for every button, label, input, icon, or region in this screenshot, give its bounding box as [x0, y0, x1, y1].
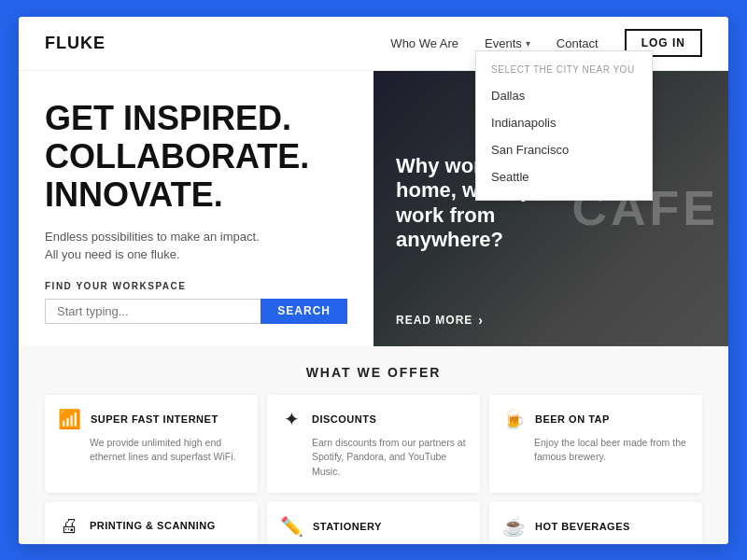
- offer-card-internet: 📶 SUPER FAST INTERNET We provide unlimit…: [45, 395, 258, 493]
- search-button[interactable]: SEARCH: [261, 299, 347, 324]
- wifi-icon: 📶: [58, 408, 81, 430]
- arrow-right-icon: ›: [478, 313, 484, 328]
- dropdown-header: SELECT THE CITY NEAR YOU: [476, 61, 652, 82]
- offer-name: STATIONERY: [313, 521, 382, 532]
- offer-header: ☕ HOT BEVERAGES: [502, 515, 689, 538]
- offer-header: 📶 SUPER FAST INTERNET: [58, 408, 245, 430]
- offer-card-printing: 🖨 PRINTING & SCANNING All kinds of offic…: [45, 502, 258, 544]
- find-label: FIND YOUR WORKSPACE: [45, 281, 347, 291]
- nav-contact[interactable]: Contact: [557, 36, 599, 50]
- read-more-label: READ MORE: [396, 314, 472, 327]
- read-more-link[interactable]: READ MORE ›: [396, 313, 484, 328]
- coffee-icon: ☕: [502, 515, 526, 538]
- offer-header: 🍺 BEER ON TAP: [502, 408, 689, 430]
- offers-title: WHAT WE OFFER: [45, 365, 702, 380]
- pencil-icon: ✏️: [280, 515, 303, 538]
- offer-name: BEER ON TAP: [535, 413, 610, 425]
- chevron-down-icon: ▾: [526, 38, 530, 49]
- offer-header: ✦ DISCOUNTS: [280, 408, 467, 430]
- dropdown-item-dallas[interactable]: Dallas: [476, 82, 652, 109]
- offer-name: SUPER FAST INTERNET: [91, 413, 218, 425]
- dropdown-item-sanfrancisco[interactable]: San Francisco: [476, 136, 652, 163]
- nav-events-dropdown[interactable]: Events ▾ SELECT THE CITY NEAR YOU Dallas…: [485, 36, 530, 50]
- beer-icon: 🍺: [502, 408, 526, 430]
- offer-desc: All kinds of office supplies and scanner…: [58, 542, 245, 544]
- search-bar: SEARCH: [45, 299, 347, 324]
- brand-logo[interactable]: FLUKE: [45, 34, 106, 53]
- offer-card-beer: 🍺 BEER ON TAP Enjoy the local beer made …: [489, 395, 702, 493]
- offer-desc: Grab all you want stickers, post-its, ma…: [280, 543, 467, 544]
- offer-name: DISCOUNTS: [312, 413, 376, 425]
- offer-name: PRINTING & SCANNING: [90, 520, 216, 531]
- discounts-icon: ✦: [280, 408, 303, 430]
- hero-left: GET INSPIRED. COLLABORATE. INNOVATE. End…: [19, 71, 374, 346]
- offer-header: ✏️ STATIONERY: [280, 515, 467, 538]
- dropdown-item-indianapolis[interactable]: Indianapolis: [476, 109, 652, 136]
- dropdown-item-seattle[interactable]: Seattle: [476, 163, 652, 190]
- hero-title: GET INSPIRED. COLLABORATE. INNOVATE.: [45, 99, 347, 215]
- offer-name: HOT BEVERAGES: [535, 521, 630, 532]
- offers-section: WHAT WE OFFER 📶 SUPER FAST INTERNET We p…: [19, 346, 728, 544]
- offer-desc: Earn discounts from our partners at Spot…: [280, 436, 467, 480]
- offer-card-discounts: ✦ DISCOUNTS Earn discounts from our part…: [267, 395, 480, 493]
- offer-desc: We provide unlimited high end ethernet l…: [58, 436, 245, 466]
- nav-links: Who We Are Events ▾ SELECT THE CITY NEAR…: [390, 29, 702, 57]
- nav-who-we-are[interactable]: Who We Are: [390, 36, 458, 50]
- printer-icon: 🖨: [58, 515, 80, 537]
- events-dropdown-menu: SELECT THE CITY NEAR YOU Dallas Indianap…: [475, 50, 653, 201]
- hero-subtitle: Endless possibilities to make an impact.…: [45, 228, 347, 264]
- nav-events-label: Events: [485, 36, 522, 50]
- search-input[interactable]: [45, 299, 261, 324]
- navbar: FLUKE Who We Are Events ▾ SELECT THE CIT…: [19, 17, 728, 71]
- offers-grid: 📶 SUPER FAST INTERNET We provide unlimit…: [45, 395, 702, 544]
- offer-desc: Enjoy the local beer made from the famou…: [502, 436, 689, 466]
- offer-desc: Curated selection of coffees and tea fro…: [502, 543, 689, 544]
- offer-card-beverages: ☕ HOT BEVERAGES Curated selection of cof…: [489, 502, 702, 544]
- offer-header: 🖨 PRINTING & SCANNING: [58, 515, 245, 537]
- offer-card-stationery: ✏️ STATIONERY Grab all you want stickers…: [267, 502, 480, 544]
